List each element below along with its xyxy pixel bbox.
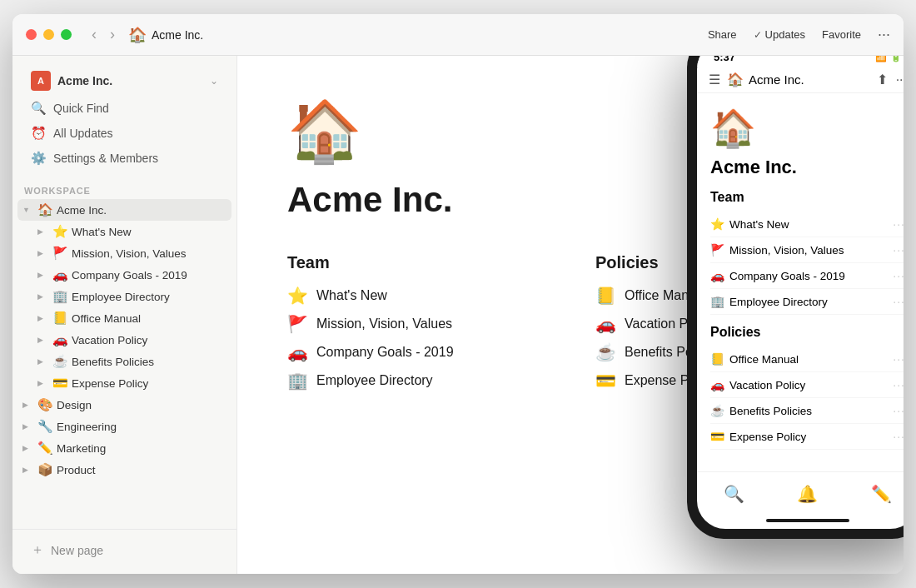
sidebar-item-product[interactable]: ▶ 📦 Product [17, 459, 231, 481]
design-icon: 🎨 [37, 397, 53, 412]
phone-screen: 5:37 📶 🔋 ☰ 🏠 Acme Inc. [697, 56, 904, 529]
marketing-icon: ✏️ [37, 441, 53, 456]
expand-arrow-icon: ▶ [37, 227, 49, 236]
phone-nav-bar: ☰ 🏠 Acme Inc. ⬆ ··· [697, 67, 904, 93]
design-label: Design [57, 399, 227, 411]
star-icon: ⭐ [287, 286, 308, 306]
workspace-chevron-icon: ⌄ [210, 75, 218, 87]
phone-list-label: Office Manual [729, 353, 799, 366]
menu-icon[interactable]: ☰ [709, 72, 720, 87]
acme-children: ▶ ⭐ What's New ▶ 🚩 Mission, Vision, Valu… [32, 221, 231, 394]
sidebar-item-benefits[interactable]: ▶ ☕ Benefits Policies [32, 351, 231, 372]
maximize-button[interactable] [61, 29, 72, 40]
workspace-icon: A [31, 71, 51, 91]
sidebar-item-engineering[interactable]: ▶ 🔧 Engineering [17, 416, 231, 437]
sidebar-item-design[interactable]: ▶ 🎨 Design [17, 394, 231, 416]
phone-nav-title-row: 🏠 Acme Inc. [727, 72, 870, 87]
forward-button[interactable]: › [107, 26, 118, 43]
sidebar-item-vacation-policy[interactable]: ▶ 🚗 Vacation Policy [32, 329, 231, 351]
phone-content: 🏠 Acme Inc. Team ⭐ What's New ··· [697, 93, 904, 471]
phone-list-item[interactable]: 🚗 Vacation Policy ··· [710, 372, 904, 398]
sidebar-item-company-goals[interactable]: ▶ 🚗 Company Goals - 2019 [32, 264, 231, 286]
dots-icon[interactable]: ··· [893, 217, 904, 231]
phone-list-item[interactable]: ☕ Benefits Policies ··· [710, 398, 904, 424]
sidebar-item-office-manual[interactable]: ▶ 📒 Office Manual [32, 307, 231, 329]
phone-list-item[interactable]: 🚗 Company Goals - 2019 ··· [710, 263, 904, 289]
phone-nav-right: ⬆ ··· [877, 72, 904, 87]
sidebar-item-acme[interactable]: ▼ 🏠 Acme Inc. [17, 199, 231, 221]
sidebar-item-settings[interactable]: ⚙️ Settings & Members [22, 146, 227, 171]
team-list: ⭐ What's New 🚩 Mission, Vision, Values 🚗… [287, 286, 545, 391]
star-icon: ⭐ [710, 217, 724, 231]
car-icon: 🚗 [52, 267, 68, 282]
list-item[interactable]: ⭐ What's New [287, 286, 545, 306]
new-page-button[interactable]: ＋ New page [22, 536, 227, 564]
card-icon: 💳 [710, 430, 724, 443]
phone-status-bar: 5:37 📶 🔋 [697, 56, 904, 67]
sidebar-item-employee-directory[interactable]: ▶ 🏢 Employee Directory [32, 286, 231, 307]
list-item-label: What's New [316, 288, 387, 303]
list-item[interactable]: 🏢 Employee Directory [287, 371, 545, 391]
titlebar-page-icon: 🏠 [128, 26, 147, 44]
battery-icon: 🔋 [890, 56, 902, 62]
share-button[interactable]: Share [708, 28, 737, 41]
notebook-icon: 📒 [595, 286, 616, 306]
phone-search-icon[interactable]: 🔍 [707, 481, 761, 507]
star-icon: ⭐ [52, 224, 68, 239]
titlebar-title: Acme Inc. [152, 28, 708, 42]
workspace-header[interactable]: A Acme Inc. ⌄ [22, 66, 227, 96]
phone-list-item[interactable]: 📒 Office Manual ··· [710, 346, 904, 372]
dots-icon[interactable]: ··· [893, 352, 904, 366]
list-item[interactable]: 🚩 Mission, Vision, Values [287, 314, 545, 334]
share-icon[interactable]: ⬆ [877, 72, 888, 87]
sidebar-item-whats-new[interactable]: ▶ ⭐ What's New [32, 221, 231, 242]
phone-list-left: ☕ Benefits Policies [710, 404, 812, 417]
dots-icon[interactable]: ··· [893, 295, 904, 308]
updates-button[interactable]: ✓ Updates [754, 28, 805, 41]
expense-label: Expense Policy [72, 377, 227, 390]
more-button[interactable]: ··· [878, 26, 890, 43]
phone-list-left: 📒 Office Manual [710, 352, 799, 366]
close-button[interactable] [26, 29, 37, 40]
phone-compose-icon[interactable]: ✏️ [854, 481, 904, 507]
list-item-label: Mission, Vision, Values [316, 316, 452, 331]
phone-list-item[interactable]: ⭐ What's New ··· [710, 212, 904, 237]
engineering-icon: 🔧 [37, 419, 53, 434]
expand-arrow-icon: ▶ [22, 444, 34, 452]
dots-icon[interactable]: ··· [893, 378, 904, 391]
phone-list-label: What's New [729, 218, 789, 231]
mission-label: Mission, Vision, Values [72, 247, 227, 260]
workspace-section-label: WORKSPACE [12, 174, 236, 199]
sidebar-item-marketing[interactable]: ▶ ✏️ Marketing [17, 437, 231, 459]
sidebar-item-mission[interactable]: ▶ 🚩 Mission, Vision, Values [32, 242, 231, 264]
sidebar-item-expense[interactable]: ▶ 💳 Expense Policy [32, 372, 231, 394]
content-wrapper: 🏠 Acme Inc. Team ⭐ What's New 🚩 [237, 56, 904, 574]
phone-nav-emoji: 🏠 [727, 72, 744, 87]
phone-list-item[interactable]: 💳 Expense Policy ··· [710, 424, 904, 450]
favorite-button[interactable]: Favorite [822, 28, 861, 41]
phone-list-label: Company Goals - 2019 [729, 270, 845, 282]
phone-list-item[interactable]: 🏢 Employee Directory ··· [710, 289, 904, 315]
phone-bell-icon[interactable]: 🔔 [780, 481, 834, 507]
list-item[interactable]: 🚗 Company Goals - 2019 [287, 342, 545, 362]
dots-icon[interactable]: ··· [893, 243, 904, 257]
more-icon[interactable]: ··· [896, 72, 904, 87]
flag-icon: 🚩 [710, 243, 724, 257]
acme-icon: 🏠 [37, 202, 53, 217]
expand-arrow-icon: ▶ [37, 292, 49, 301]
dots-icon[interactable]: ··· [893, 404, 904, 417]
phone-list-item[interactable]: 🚩 Mission, Vision, Values ··· [710, 237, 904, 263]
expand-arrow-icon: ▶ [22, 466, 34, 474]
dots-icon[interactable]: ··· [893, 430, 904, 443]
car2-icon: 🚗 [710, 378, 724, 391]
dots-icon[interactable]: ··· [893, 269, 904, 282]
back-button[interactable]: ‹ [88, 26, 100, 43]
building-icon: 🏢 [710, 295, 724, 308]
sidebar-item-all-updates[interactable]: ⏰ All Updates [22, 121, 227, 146]
phone-list-label: Employee Directory [729, 296, 828, 308]
clock-icon: ⏰ [31, 126, 47, 141]
card-icon: 💳 [595, 371, 616, 391]
sidebar-item-quick-find[interactable]: 🔍 Quick Find [22, 96, 227, 121]
minimize-button[interactable] [43, 29, 54, 40]
car2-icon: 🚗 [595, 314, 616, 334]
